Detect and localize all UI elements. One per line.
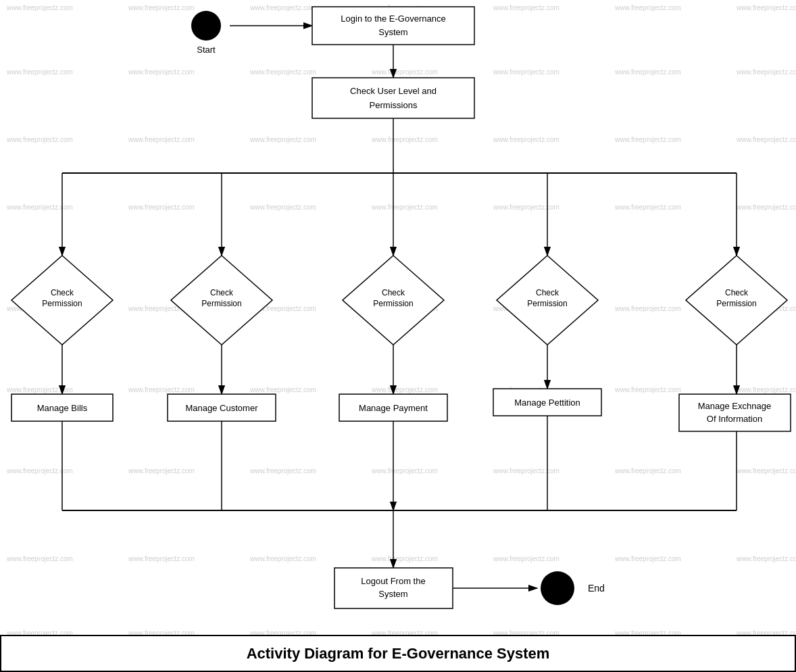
svg-text:www.freeprojectz.com: www.freeprojectz.com <box>6 203 73 211</box>
login-text-2: System <box>378 27 407 37</box>
svg-text:www.freeprojectz.com: www.freeprojectz.com <box>493 68 559 76</box>
svg-text:www.freeprojectz.com: www.freeprojectz.com <box>249 136 316 143</box>
manage-exchange-text-2: Of Information <box>707 414 762 424</box>
svg-text:www.freeprojectz.com: www.freeprojectz.com <box>736 386 796 393</box>
title-bar: Activity Diagram for E-Governance System <box>0 635 796 672</box>
svg-text:www.freeprojectz.com: www.freeprojectz.com <box>128 203 195 211</box>
diagram-container: www.freeprojectz.com www.freeprojectz.co… <box>0 0 796 672</box>
svg-text:www.freeprojectz.com: www.freeprojectz.com <box>614 386 681 393</box>
svg-text:www.freeprojectz.com: www.freeprojectz.com <box>371 68 438 76</box>
perm1-text-1: Check <box>51 288 74 297</box>
manage-exchange-text-1: Manage Exchnage <box>698 401 771 411</box>
svg-text:www.freeprojectz.com: www.freeprojectz.com <box>614 467 681 475</box>
svg-text:www.freeprojectz.com: www.freeprojectz.com <box>371 386 438 393</box>
check-user-level-box <box>312 78 474 118</box>
manage-exchange-box <box>679 394 791 431</box>
login-text-1: Login to the E-Governance <box>341 14 445 24</box>
svg-text:www.freeprojectz.com: www.freeprojectz.com <box>128 4 195 11</box>
svg-text:www.freeprojectz.com: www.freeprojectz.com <box>493 203 559 211</box>
svg-text:www.freeprojectz.com: www.freeprojectz.com <box>6 555 73 562</box>
svg-text:www.freeprojectz.com: www.freeprojectz.com <box>371 136 438 143</box>
svg-text:www.freeprojectz.com: www.freeprojectz.com <box>614 555 681 562</box>
check-user-text-2: Permissions <box>370 100 418 110</box>
svg-text:www.freeprojectz.com: www.freeprojectz.com <box>128 68 195 76</box>
perm4-text-2: Permission <box>527 299 567 308</box>
manage-customer-text: Manage Customer <box>186 403 259 413</box>
svg-text:www.freeprojectz.com: www.freeprojectz.com <box>128 386 195 393</box>
manage-pettition-text: Manage Pettition <box>514 398 580 408</box>
perm3-text-1: Check <box>382 288 405 297</box>
svg-text:www.freeprojectz.com: www.freeprojectz.com <box>736 203 796 211</box>
svg-text:www.freeprojectz.com: www.freeprojectz.com <box>371 555 438 562</box>
perm2-text-2: Permission <box>201 299 241 308</box>
perm1-text-2: Permission <box>42 299 82 308</box>
perm3-text-2: Permission <box>373 299 413 308</box>
svg-text:www.freeprojectz.com: www.freeprojectz.com <box>128 136 195 143</box>
svg-text:www.freeprojectz.com: www.freeprojectz.com <box>6 136 73 143</box>
manage-bills-text: Manage Bills <box>37 403 88 413</box>
svg-text:www.freeprojectz.com: www.freeprojectz.com <box>736 4 796 11</box>
svg-text:www.freeprojectz.com: www.freeprojectz.com <box>493 467 559 475</box>
perm5-text-2: Permission <box>716 299 756 308</box>
check-user-text-1: Check User Level and <box>350 86 437 96</box>
svg-text:www.freeprojectz.com: www.freeprojectz.com <box>614 136 681 143</box>
perm2-text-1: Check <box>210 288 234 297</box>
svg-text:www.freeprojectz.com: www.freeprojectz.com <box>736 68 796 76</box>
svg-text:www.freeprojectz.com: www.freeprojectz.com <box>128 555 195 562</box>
svg-text:www.freeprojectz.com: www.freeprojectz.com <box>249 68 316 76</box>
svg-text:www.freeprojectz.com: www.freeprojectz.com <box>614 305 681 312</box>
svg-text:www.freeprojectz.com: www.freeprojectz.com <box>6 386 73 393</box>
svg-text:www.freeprojectz.com: www.freeprojectz.com <box>736 467 796 475</box>
svg-text:www.freeprojectz.com: www.freeprojectz.com <box>371 467 438 475</box>
svg-text:www.freeprojectz.com: www.freeprojectz.com <box>736 555 796 562</box>
svg-text:www.freeprojectz.com: www.freeprojectz.com <box>249 203 316 211</box>
svg-text:www.freeprojectz.com: www.freeprojectz.com <box>371 203 438 211</box>
svg-text:www.freeprojectz.com: www.freeprojectz.com <box>128 467 195 475</box>
svg-text:www.freeprojectz.com: www.freeprojectz.com <box>614 68 681 76</box>
perm5-text-1: Check <box>725 288 749 297</box>
svg-text:www.freeprojectz.com: www.freeprojectz.com <box>249 467 316 475</box>
end-label: End <box>588 583 605 594</box>
start-label: Start <box>197 45 216 55</box>
diagram-title: Activity Diagram for E-Governance System <box>247 645 550 663</box>
logout-box <box>334 568 453 608</box>
login-box <box>312 7 474 45</box>
svg-text:www.freeprojectz.com: www.freeprojectz.com <box>6 467 73 475</box>
end-node <box>541 571 574 605</box>
svg-text:www.freeprojectz.com: www.freeprojectz.com <box>614 203 681 211</box>
svg-text:www.freeprojectz.com: www.freeprojectz.com <box>493 136 559 143</box>
svg-text:www.freeprojectz.com: www.freeprojectz.com <box>6 4 73 11</box>
svg-text:www.freeprojectz.com: www.freeprojectz.com <box>249 386 316 393</box>
svg-text:www.freeprojectz.com: www.freeprojectz.com <box>614 4 681 11</box>
logout-text-1: Logout From the <box>361 576 425 586</box>
svg-text:www.freeprojectz.com: www.freeprojectz.com <box>493 4 559 11</box>
svg-text:www.freeprojectz.com: www.freeprojectz.com <box>6 68 73 76</box>
svg-text:www.freeprojectz.com: www.freeprojectz.com <box>736 136 796 143</box>
svg-text:www.freeprojectz.com: www.freeprojectz.com <box>493 555 559 562</box>
start-node <box>191 11 221 41</box>
manage-payment-text: Manage Payment <box>359 403 428 413</box>
svg-text:www.freeprojectz.com: www.freeprojectz.com <box>249 555 316 562</box>
svg-text:www.freeprojectz.com: www.freeprojectz.com <box>249 4 316 11</box>
logout-text-2: System <box>378 589 407 599</box>
perm4-text-1: Check <box>536 288 559 297</box>
activity-diagram: www.freeprojectz.com www.freeprojectz.co… <box>0 0 796 672</box>
